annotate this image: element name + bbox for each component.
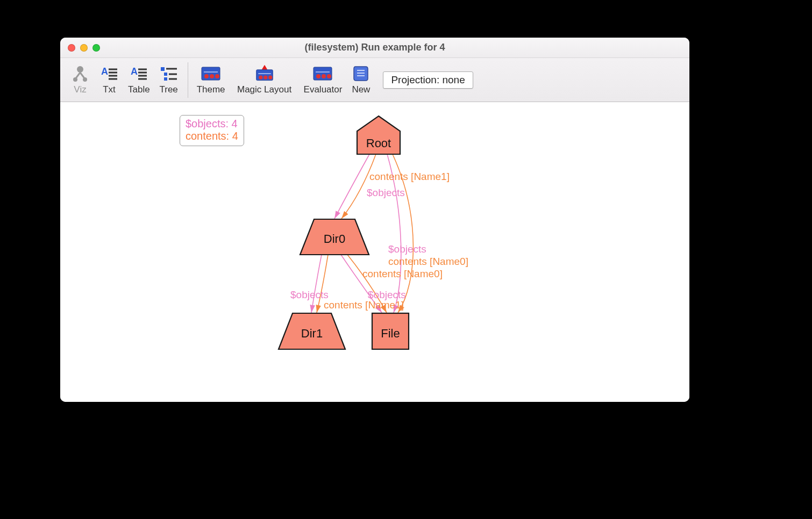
svg-point-29 xyxy=(263,75,267,79)
tree-tab[interactable]: Tree xyxy=(154,62,183,98)
close-icon[interactable] xyxy=(68,44,75,52)
node-dir1-label: Dir1 xyxy=(301,327,323,340)
svg-point-35 xyxy=(327,74,331,78)
svg-point-21 xyxy=(204,74,209,78)
tree-label: Tree xyxy=(159,84,177,95)
edge-root-dir0-contents xyxy=(341,154,376,219)
edgelabel-root-dir0-objects: $objects xyxy=(367,187,405,198)
svg-point-0 xyxy=(77,66,83,73)
node-dir0-label: Dir0 xyxy=(324,232,345,246)
tree-icon xyxy=(159,64,179,83)
node-file-label: File xyxy=(381,327,400,340)
node-root-label: Root xyxy=(366,136,391,150)
svg-text:A: A xyxy=(131,66,138,77)
graph-svg: contents [Name1] $objects $objects conte… xyxy=(60,102,689,402)
window-controls xyxy=(68,44,100,52)
edge-root-dir0-objects xyxy=(334,154,369,219)
projection-dropdown[interactable]: Projection: none xyxy=(383,71,473,89)
titlebar: (filesystem) Run example for 4 xyxy=(60,38,689,58)
graph-canvas[interactable]: $objects: 4 contents: 4 xyxy=(60,102,689,402)
edgelabel-dir0-file-contents: contents [Name0] xyxy=(362,268,443,279)
svg-rect-17 xyxy=(164,77,167,81)
svg-point-34 xyxy=(322,74,326,78)
edgelabel-root-file-contents: contents [Name0] xyxy=(388,256,468,267)
edgelabel-dir0-file-objects: $objects xyxy=(368,289,406,300)
txt-label: Txt xyxy=(103,84,116,95)
magic-layout-label: Magic Layout xyxy=(237,84,291,95)
text-lines-icon: A xyxy=(129,64,148,83)
scroll-icon xyxy=(351,64,371,83)
evaluator-label: Evaluator xyxy=(304,84,343,95)
theme-label: Theme xyxy=(197,84,225,95)
magic-layout-button[interactable]: Magic Layout xyxy=(230,62,300,98)
svg-point-2 xyxy=(83,77,87,82)
evaluator-button[interactable]: Evaluator xyxy=(300,62,347,98)
theme-button[interactable]: Theme xyxy=(193,62,230,98)
edgelabel-root-dir0-contents: contents [Name1] xyxy=(369,171,450,182)
text-lines-icon: A xyxy=(99,64,119,83)
svg-point-1 xyxy=(73,77,77,82)
slider-panel-icon xyxy=(313,64,332,83)
svg-point-30 xyxy=(268,75,272,79)
svg-rect-15 xyxy=(164,73,167,76)
table-label: Table xyxy=(128,84,150,95)
table-tab[interactable]: A Table xyxy=(124,62,154,98)
viz-tab[interactable]: Viz xyxy=(66,62,95,98)
svg-point-22 xyxy=(210,74,214,78)
zoom-icon[interactable] xyxy=(92,44,100,52)
new-label: New xyxy=(352,84,370,95)
window-title: (filesystem) Run example for 4 xyxy=(60,42,689,53)
edgelabel-dir0-dir1-contents: contents [Name1] xyxy=(324,299,404,311)
toolbar-separator xyxy=(188,62,188,98)
slider-panel-icon xyxy=(201,64,220,83)
svg-point-28 xyxy=(259,75,262,79)
svg-text:A: A xyxy=(101,66,108,77)
app-window: (filesystem) Run example for 4 Viz A xyxy=(60,38,689,402)
new-button[interactable]: New xyxy=(346,62,375,98)
edgelabel-root-file-objects: $objects xyxy=(388,243,426,255)
svg-point-33 xyxy=(316,74,320,78)
viz-icon xyxy=(70,64,90,83)
edgelabel-dir0-dir1-objects: $objects xyxy=(290,289,329,300)
minimize-icon[interactable] xyxy=(80,44,88,52)
toolbar: Viz A Txt A xyxy=(60,58,689,102)
svg-rect-13 xyxy=(161,67,165,71)
slider-arrow-icon xyxy=(255,64,274,83)
svg-point-23 xyxy=(215,74,219,78)
txt-tab[interactable]: A Txt xyxy=(95,62,124,98)
viz-label: Viz xyxy=(74,84,86,95)
edge-dir0-dir1-objects xyxy=(311,255,322,313)
